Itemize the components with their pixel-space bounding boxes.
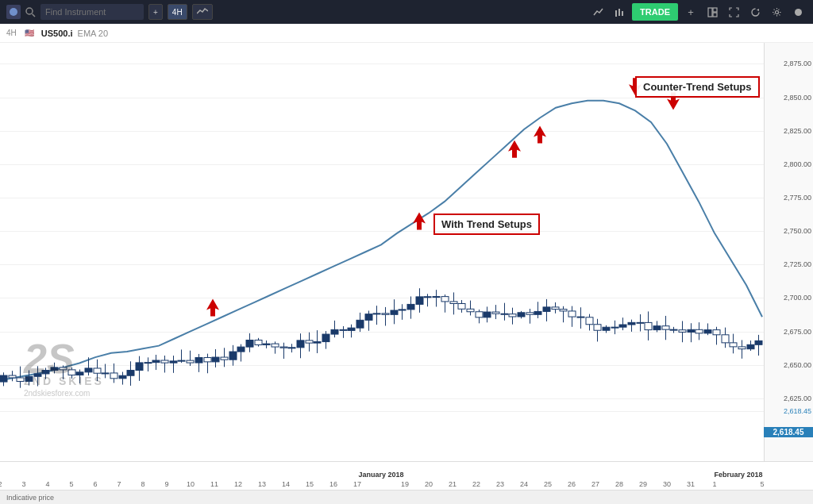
replay-btn[interactable] [746,3,764,21]
timeframe-4h-btn[interactable]: 4H [168,4,187,20]
svg-marker-9 [757,9,759,11]
indicators-btn[interactable] [192,4,213,20]
app-container: + 4H TRADE + [0,0,813,504]
svg-point-10 [775,10,778,13]
chart-timeframe-label: 4H [6,29,17,37]
theme-btn[interactable] [789,3,807,21]
chart-indicator-label: EMA 20 [78,29,109,38]
chart-header: 4H 🇺🇸 US500.i EMA 20 [0,24,813,43]
chart-type-bar-btn[interactable] [611,3,628,21]
search-icon [25,7,36,17]
app-logo [6,5,21,19]
main-chart[interactable] [0,43,764,461]
time-axis: 234567891011121314151617January 20181920… [0,461,813,490]
trade-button[interactable]: TRADE [632,3,678,21]
svg-point-1 [26,8,33,14]
svg-line-2 [33,13,36,17]
settings-btn[interactable] [768,3,785,21]
toolbar: + 4H TRADE + [0,0,813,24]
svg-rect-5 [622,11,623,16]
price-axis: 2,875.002,850.002,825.002,800.002,775.00… [764,43,813,461]
svg-rect-8 [713,13,717,17]
add-btn[interactable]: + [682,3,699,21]
svg-rect-6 [708,8,712,17]
status-bar: Indicative price [0,490,813,504]
svg-rect-3 [615,10,617,17]
chart-type-line-btn[interactable] [589,3,607,21]
add-instrument-btn[interactable]: + [148,4,163,20]
chart-symbol-label: US500.i [41,29,73,38]
chart-canvas-wrapper[interactable]: 2S 2ND SKIES 2ndskiesforex.com With Tren… [0,43,813,461]
search-input[interactable] [40,4,144,20]
chart-layout-btn[interactable] [703,3,721,21]
chart-area: 4H 🇺🇸 US500.i EMA 20 2S 2ND SKIES 2ndski… [0,24,813,504]
svg-rect-7 [713,8,717,12]
svg-point-11 [795,9,802,16]
current-price-label: 2,618.45 [764,427,813,437]
svg-point-0 [10,8,17,16]
svg-rect-4 [618,9,620,16]
indicative-price-label: Indicative price [6,494,54,502]
fullscreen-btn[interactable] [725,3,742,21]
toolbar-right: TRADE + [589,3,807,21]
